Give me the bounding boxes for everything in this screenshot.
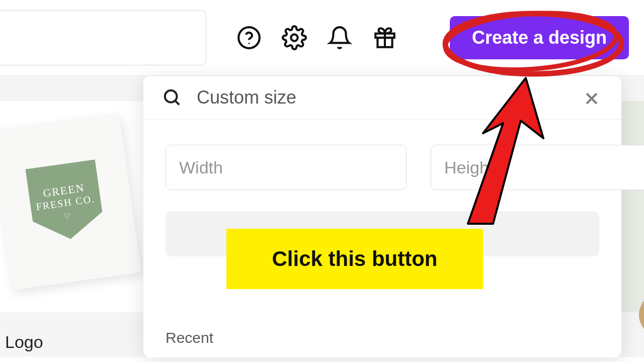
logo-preview: GREEN FRESH CO. ♡: [0, 113, 141, 290]
category-label: Logo: [5, 332, 43, 352]
search-icon: [163, 88, 182, 107]
help-icon[interactable]: [236, 25, 262, 50]
cookie-graphic: [639, 292, 644, 337]
width-input[interactable]: [166, 145, 407, 190]
custom-size-row: px: [143, 120, 621, 205]
gift-icon[interactable]: [372, 25, 397, 50]
recent-label: Recent: [166, 329, 213, 346]
svg-point-0: [238, 27, 260, 48]
annotation-callout: Click this button: [226, 229, 483, 289]
search-input[interactable]: [0, 10, 206, 65]
close-icon[interactable]: [583, 90, 600, 107]
svg-point-6: [165, 90, 177, 103]
main-content: GREEN FRESH CO. ♡ Logo Custom size: [0, 75, 644, 357]
header-icons: [236, 25, 397, 50]
svg-line-7: [175, 101, 179, 105]
header-bar: Create a design: [0, 0, 644, 75]
height-input[interactable]: [431, 145, 644, 190]
badge-graphic: GREEN FRESH CO. ♡: [25, 159, 106, 244]
create-design-button[interactable]: Create a design: [450, 16, 629, 59]
svg-point-2: [291, 34, 297, 41]
popup-search-row[interactable]: Custom size: [143, 76, 621, 120]
bell-icon[interactable]: [327, 25, 352, 50]
gear-icon[interactable]: [282, 25, 307, 50]
template-card[interactable]: GREEN FRESH CO. ♡: [0, 101, 151, 312]
template-card-right[interactable]: [619, 101, 644, 312]
search-placeholder-text: Custom size: [197, 87, 296, 108]
heart-icon: ♡: [63, 211, 71, 220]
svg-point-1: [249, 43, 250, 44]
create-design-popup: Custom size px Recent: [143, 76, 621, 357]
